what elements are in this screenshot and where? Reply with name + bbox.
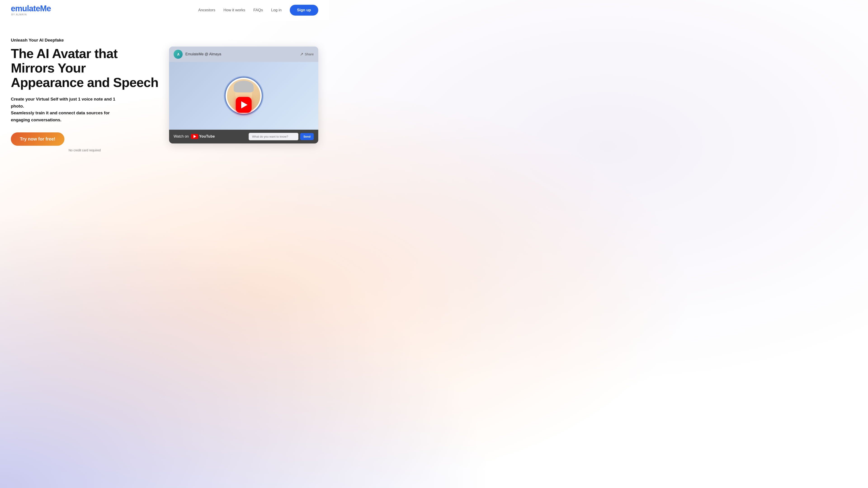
header: emulateMe by ALMAYA Ancestors How it wor…	[0, 0, 329, 20]
yt-logo-icon	[191, 134, 198, 139]
video-card: ∧ EmulateMe @ Almaya ↗ Share	[169, 46, 318, 143]
hero-description: Create your Virtual Self with just 1 voi…	[11, 96, 158, 123]
watch-on-label: Watch on	[174, 134, 189, 138]
hero-desc-line1: Create your Virtual Self with just 1 voi…	[11, 97, 115, 101]
yt-play-icon	[193, 135, 196, 138]
main-nav: Ancestors How it works FAQs Log in Sign …	[198, 5, 318, 15]
hero-desc-line2: photo.	[11, 104, 24, 108]
youtube-logo: YouTube	[191, 134, 215, 139]
video-bottom-bar: Watch on YouTube Send	[169, 130, 318, 143]
logo[interactable]: emulateMe by ALMAYA	[11, 4, 51, 16]
channel-name: EmulateMe @ Almaya	[185, 52, 221, 56]
logo-part1: emulate	[11, 4, 40, 13]
video-section: ∧ EmulateMe @ Almaya ↗ Share	[169, 46, 318, 143]
signup-button[interactable]: Sign up	[290, 5, 318, 15]
channel-initial: ∧	[177, 52, 180, 57]
hero-desc-line4: engaging conversations.	[11, 118, 61, 122]
nav-ancestors[interactable]: Ancestors	[198, 8, 215, 12]
logo-text: emulateMe	[11, 4, 51, 13]
chat-send-button[interactable]: Send	[300, 133, 314, 140]
video-top-bar: ∧ EmulateMe @ Almaya ↗ Share	[169, 46, 318, 62]
no-credit-label: No credit card required	[11, 149, 158, 152]
logo-part2: Me	[40, 4, 51, 13]
chat-area: Send	[249, 133, 314, 140]
nav-how-it-works[interactable]: How it works	[223, 8, 245, 12]
hero-title-line2: Appearance and Speech	[11, 75, 158, 90]
play-button[interactable]	[236, 97, 252, 113]
video-main	[169, 62, 318, 130]
yt-label: YouTube	[199, 134, 215, 138]
hero-eyebrow: Unleash Your AI Deepfake	[11, 38, 158, 43]
logo-tagline: by ALMAYA	[11, 13, 27, 16]
hero-section: Unleash Your AI Deepfake The AI Avatar t…	[0, 20, 329, 174]
play-overlay	[169, 62, 318, 130]
share-icon: ↗	[300, 52, 303, 57]
nav-login[interactable]: Log in	[271, 8, 281, 12]
hero-title-line1: The AI Avatar that Mirrors Your	[11, 46, 118, 75]
share-button[interactable]: ↗ Share	[300, 52, 314, 57]
channel-icon: ∧	[174, 50, 183, 59]
hero-title: The AI Avatar that Mirrors Your Appearan…	[11, 46, 158, 90]
watch-on-youtube[interactable]: Watch on YouTube	[174, 134, 215, 139]
try-now-button[interactable]: Try now for free!	[11, 132, 64, 146]
share-label: Share	[305, 52, 314, 56]
chat-input[interactable]	[249, 133, 298, 140]
hero-content: Unleash Your AI Deepfake The AI Avatar t…	[11, 38, 158, 152]
hero-desc-line3: Seamlessly train it and connect data sou…	[11, 110, 110, 115]
channel-info: ∧ EmulateMe @ Almaya	[174, 50, 221, 59]
nav-faqs[interactable]: FAQs	[253, 8, 263, 12]
play-icon	[241, 101, 248, 108]
